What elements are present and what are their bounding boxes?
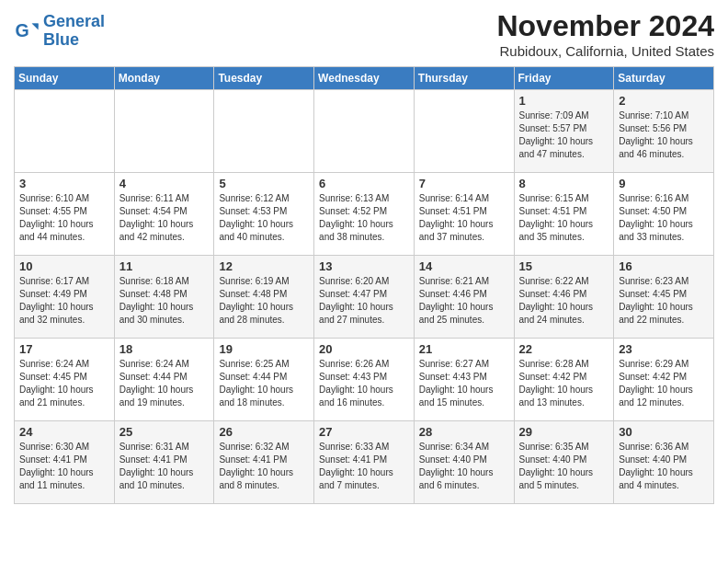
calendar-cell <box>314 90 415 173</box>
calendar-cell: 4Sunrise: 6:11 AMSunset: 4:54 PMDaylight… <box>114 173 214 256</box>
cell-content: Sunrise: 6:26 AMSunset: 4:43 PMDaylight:… <box>319 358 409 409</box>
calendar-week: 10Sunrise: 6:17 AMSunset: 4:49 PMDayligh… <box>15 256 714 339</box>
calendar-cell: 6Sunrise: 6:13 AMSunset: 4:52 PMDaylight… <box>314 173 415 256</box>
calendar-cell: 14Sunrise: 6:21 AMSunset: 4:46 PMDayligh… <box>414 256 514 339</box>
calendar-cell: 17Sunrise: 6:24 AMSunset: 4:45 PMDayligh… <box>15 339 115 421</box>
cell-content: Sunrise: 6:12 AMSunset: 4:53 PMDaylight:… <box>219 192 309 244</box>
day-number: 7 <box>419 177 509 190</box>
day-number: 29 <box>519 425 609 439</box>
location: Rubidoux, California, United States <box>496 43 714 59</box>
cell-content: Sunrise: 6:33 AMSunset: 4:41 PMDaylight:… <box>319 441 409 492</box>
cell-content: Sunrise: 6:18 AMSunset: 4:48 PMDaylight:… <box>119 275 210 327</box>
calendar-cell: 9Sunrise: 6:16 AMSunset: 4:50 PMDaylight… <box>614 173 714 256</box>
calendar-cell: 21Sunrise: 6:27 AMSunset: 4:43 PMDayligh… <box>414 339 514 421</box>
day-header: Wednesday <box>314 67 415 90</box>
day-number: 13 <box>319 259 409 273</box>
cell-content: Sunrise: 6:20 AMSunset: 4:47 PMDaylight:… <box>319 275 409 327</box>
logo: G General Blue <box>14 13 105 50</box>
calendar-week: 17Sunrise: 6:24 AMSunset: 4:45 PMDayligh… <box>15 339 714 421</box>
cell-content: Sunrise: 6:21 AMSunset: 4:46 PMDaylight:… <box>419 275 509 327</box>
day-number: 24 <box>19 425 109 439</box>
calendar-cell: 27Sunrise: 6:33 AMSunset: 4:41 PMDayligh… <box>314 421 415 504</box>
calendar-cell: 11Sunrise: 6:18 AMSunset: 4:48 PMDayligh… <box>114 256 214 339</box>
cell-content: Sunrise: 6:25 AMSunset: 4:44 PMDaylight:… <box>219 358 309 409</box>
cell-content: Sunrise: 6:23 AMSunset: 4:45 PMDaylight:… <box>619 275 709 327</box>
day-number: 28 <box>419 425 509 439</box>
day-header: Tuesday <box>214 67 314 90</box>
day-number: 1 <box>519 94 609 108</box>
cell-content: Sunrise: 6:15 AMSunset: 4:51 PMDaylight:… <box>519 192 609 244</box>
cell-content: Sunrise: 6:16 AMSunset: 4:50 PMDaylight:… <box>619 192 709 244</box>
day-header: Sunday <box>15 67 115 90</box>
calendar-week: 1Sunrise: 7:09 AMSunset: 5:57 PMDaylight… <box>15 90 714 173</box>
cell-content: Sunrise: 7:09 AMSunset: 5:57 PMDaylight:… <box>519 109 609 161</box>
calendar-cell <box>15 90 115 173</box>
cell-content: Sunrise: 6:29 AMSunset: 4:42 PMDaylight:… <box>619 358 709 409</box>
calendar-cell: 1Sunrise: 7:09 AMSunset: 5:57 PMDaylight… <box>514 90 614 173</box>
cell-content: Sunrise: 6:19 AMSunset: 4:48 PMDaylight:… <box>219 275 309 327</box>
calendar-cell: 20Sunrise: 6:26 AMSunset: 4:43 PMDayligh… <box>314 339 415 421</box>
calendar-cell: 24Sunrise: 6:30 AMSunset: 4:41 PMDayligh… <box>15 421 115 504</box>
calendar-cell: 13Sunrise: 6:20 AMSunset: 4:47 PMDayligh… <box>314 256 415 339</box>
calendar-cell: 19Sunrise: 6:25 AMSunset: 4:44 PMDayligh… <box>214 339 314 421</box>
day-number: 6 <box>319 177 409 190</box>
calendar-cell <box>214 90 314 173</box>
day-number: 15 <box>519 259 609 273</box>
calendar-cell: 3Sunrise: 6:10 AMSunset: 4:55 PMDaylight… <box>15 173 115 256</box>
logo-icon: G <box>14 18 40 44</box>
cell-content: Sunrise: 6:27 AMSunset: 4:43 PMDaylight:… <box>419 358 509 409</box>
day-number: 23 <box>619 342 709 356</box>
cell-content: Sunrise: 6:22 AMSunset: 4:46 PMDaylight:… <box>519 275 609 327</box>
day-number: 25 <box>119 425 210 439</box>
logo-text: General Blue <box>43 13 105 50</box>
cell-content: Sunrise: 6:28 AMSunset: 4:42 PMDaylight:… <box>519 358 609 409</box>
day-header: Saturday <box>614 67 714 90</box>
cell-content: Sunrise: 6:35 AMSunset: 4:40 PMDaylight:… <box>519 441 609 492</box>
calendar-cell: 30Sunrise: 6:36 AMSunset: 4:40 PMDayligh… <box>614 421 714 504</box>
page-header: G General Blue November 2024 Rubidoux, C… <box>14 9 714 59</box>
day-number: 21 <box>419 342 509 356</box>
cell-content: Sunrise: 6:11 AMSunset: 4:54 PMDaylight:… <box>119 192 210 244</box>
cell-content: Sunrise: 6:14 AMSunset: 4:51 PMDaylight:… <box>419 192 509 244</box>
calendar-cell: 29Sunrise: 6:35 AMSunset: 4:40 PMDayligh… <box>514 421 614 504</box>
calendar-cell: 5Sunrise: 6:12 AMSunset: 4:53 PMDaylight… <box>214 173 314 256</box>
calendar-cell: 25Sunrise: 6:31 AMSunset: 4:41 PMDayligh… <box>114 421 214 504</box>
cell-content: Sunrise: 6:10 AMSunset: 4:55 PMDaylight:… <box>19 192 109 244</box>
day-number: 27 <box>319 425 409 439</box>
calendar-cell: 7Sunrise: 6:14 AMSunset: 4:51 PMDaylight… <box>414 173 514 256</box>
cell-content: Sunrise: 6:24 AMSunset: 4:44 PMDaylight:… <box>119 358 210 409</box>
cell-content: Sunrise: 6:32 AMSunset: 4:41 PMDaylight:… <box>219 441 309 492</box>
day-number: 17 <box>19 342 109 356</box>
cell-content: Sunrise: 6:34 AMSunset: 4:40 PMDaylight:… <box>419 441 509 492</box>
cell-content: Sunrise: 6:36 AMSunset: 4:40 PMDaylight:… <box>619 441 709 492</box>
calendar-cell: 10Sunrise: 6:17 AMSunset: 4:49 PMDayligh… <box>15 256 115 339</box>
month-title: November 2024 <box>496 9 714 43</box>
day-number: 16 <box>619 259 709 273</box>
cell-content: Sunrise: 6:17 AMSunset: 4:49 PMDaylight:… <box>19 275 109 327</box>
calendar-cell: 23Sunrise: 6:29 AMSunset: 4:42 PMDayligh… <box>614 339 714 421</box>
day-number: 19 <box>219 342 309 356</box>
cell-content: Sunrise: 6:31 AMSunset: 4:41 PMDaylight:… <box>119 441 210 492</box>
day-number: 20 <box>319 342 409 356</box>
calendar-cell: 16Sunrise: 6:23 AMSunset: 4:45 PMDayligh… <box>614 256 714 339</box>
calendar-week: 24Sunrise: 6:30 AMSunset: 4:41 PMDayligh… <box>15 421 714 504</box>
day-number: 8 <box>519 177 609 190</box>
cell-content: Sunrise: 6:30 AMSunset: 4:41 PMDaylight:… <box>19 441 109 492</box>
calendar-cell: 2Sunrise: 7:10 AMSunset: 5:56 PMDaylight… <box>614 90 714 173</box>
day-number: 11 <box>119 259 210 273</box>
cell-content: Sunrise: 6:13 AMSunset: 4:52 PMDaylight:… <box>319 192 409 244</box>
calendar-cell: 26Sunrise: 6:32 AMSunset: 4:41 PMDayligh… <box>214 421 314 504</box>
day-header: Friday <box>514 67 614 90</box>
calendar-header: SundayMondayTuesdayWednesdayThursdayFrid… <box>15 67 714 90</box>
calendar-cell: 15Sunrise: 6:22 AMSunset: 4:46 PMDayligh… <box>514 256 614 339</box>
calendar-cell: 8Sunrise: 6:15 AMSunset: 4:51 PMDaylight… <box>514 173 614 256</box>
day-number: 26 <box>219 425 309 439</box>
day-number: 18 <box>119 342 210 356</box>
day-number: 5 <box>219 177 309 190</box>
svg-text:G: G <box>15 19 28 40</box>
day-number: 4 <box>119 177 210 190</box>
calendar-cell <box>414 90 514 173</box>
day-number: 14 <box>419 259 509 273</box>
day-number: 22 <box>519 342 609 356</box>
svg-marker-2 <box>32 23 39 29</box>
